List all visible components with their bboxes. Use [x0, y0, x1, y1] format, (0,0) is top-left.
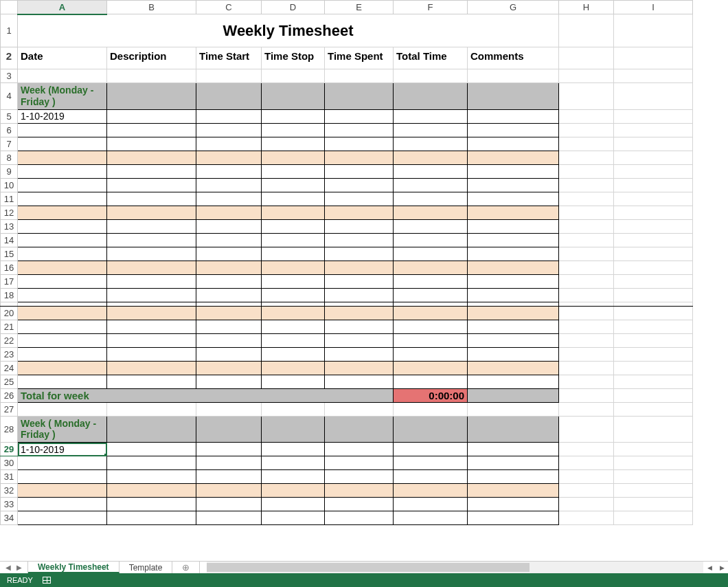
cell[interactable] — [325, 274, 394, 288]
cell[interactable] — [18, 233, 107, 247]
cell[interactable] — [18, 375, 107, 388]
cell[interactable] — [468, 219, 559, 233]
cell[interactable] — [196, 83, 262, 110]
cell[interactable] — [559, 498, 614, 511]
col-header-D[interactable]: D — [262, 1, 325, 14]
cell[interactable] — [468, 151, 559, 164]
cell[interactable] — [107, 83, 196, 110]
cell[interactable] — [18, 498, 107, 511]
cell[interactable] — [262, 219, 325, 233]
cell[interactable] — [559, 14, 614, 47]
cell[interactable] — [614, 470, 693, 484]
cell[interactable] — [614, 388, 693, 402]
cell[interactable] — [262, 306, 325, 320]
cell[interactable] — [107, 69, 196, 83]
cell[interactable] — [394, 109, 468, 123]
cell[interactable] — [614, 288, 693, 302]
cell[interactable] — [614, 402, 693, 416]
cell[interactable] — [18, 137, 107, 151]
cell[interactable] — [614, 164, 693, 178]
spreadsheet-grid[interactable]: A B C D E F G H I 1 Weekly Timesheet 2 D… — [0, 0, 693, 525]
cell[interactable] — [614, 233, 693, 247]
cell[interactable] — [559, 484, 614, 498]
row-header[interactable]: 25 — [1, 375, 18, 388]
cell[interactable] — [107, 511, 196, 525]
cell[interactable] — [614, 498, 693, 511]
row-header[interactable]: 24 — [1, 361, 18, 375]
col-header-B[interactable]: B — [107, 1, 196, 14]
cell[interactable] — [614, 333, 693, 347]
cell[interactable] — [262, 261, 325, 274]
row-header[interactable]: 5 — [1, 109, 18, 123]
cell[interactable] — [107, 416, 196, 443]
cell[interactable] — [468, 470, 559, 484]
cell[interactable] — [107, 288, 196, 302]
cell[interactable] — [559, 333, 614, 347]
cell[interactable] — [262, 511, 325, 525]
cell[interactable] — [468, 123, 559, 137]
cell[interactable] — [614, 109, 693, 123]
select-all-corner[interactable] — [1, 1, 18, 14]
cell[interactable] — [325, 123, 394, 137]
cell[interactable] — [559, 261, 614, 274]
cell[interactable] — [196, 151, 262, 164]
cell[interactable] — [394, 306, 468, 320]
hscroll-right-icon[interactable]: ▶ — [716, 562, 728, 573]
week2-date[interactable]: 1-10-2019 — [18, 443, 107, 456]
col-header-A[interactable]: A — [18, 1, 107, 14]
macro-record-icon[interactable] — [43, 577, 51, 584]
cell[interactable] — [468, 247, 559, 261]
cell[interactable] — [468, 164, 559, 178]
cell[interactable] — [18, 511, 107, 525]
cell[interactable] — [262, 347, 325, 361]
cell[interactable] — [18, 192, 107, 206]
tab-template[interactable]: Template — [120, 562, 173, 573]
row-header[interactable]: 30 — [1, 456, 18, 470]
cell[interactable] — [325, 320, 394, 333]
header-time-stop[interactable]: Time Stop — [262, 47, 325, 69]
cell[interactable] — [196, 123, 262, 137]
cell[interactable] — [107, 375, 196, 388]
cell[interactable] — [559, 47, 614, 69]
cell[interactable] — [394, 206, 468, 219]
cell[interactable] — [107, 498, 196, 511]
cell[interactable] — [394, 470, 468, 484]
cell[interactable] — [614, 320, 693, 333]
cell[interactable] — [614, 206, 693, 219]
cell[interactable] — [614, 247, 693, 261]
cell[interactable] — [262, 443, 325, 456]
cell[interactable] — [18, 151, 107, 164]
total-label[interactable]: Total for week — [18, 388, 394, 402]
cell[interactable] — [18, 320, 107, 333]
cell[interactable] — [468, 443, 559, 456]
cell[interactable] — [196, 306, 262, 320]
cell[interactable] — [468, 320, 559, 333]
cell[interactable] — [394, 164, 468, 178]
cell[interactable] — [614, 83, 693, 110]
cell[interactable] — [614, 178, 693, 192]
cell[interactable] — [262, 109, 325, 123]
cell[interactable] — [325, 137, 394, 151]
cell[interactable] — [325, 151, 394, 164]
cell[interactable] — [196, 261, 262, 274]
cell[interactable] — [559, 123, 614, 137]
cell[interactable] — [196, 219, 262, 233]
add-sheet-button[interactable]: ⊕ — [172, 562, 200, 573]
cell[interactable] — [394, 69, 468, 83]
row-header[interactable]: 31 — [1, 470, 18, 484]
cell[interactable] — [559, 511, 614, 525]
header-time-start[interactable]: Time Start — [196, 47, 262, 69]
cell[interactable] — [394, 498, 468, 511]
cell[interactable] — [325, 402, 394, 416]
cell[interactable] — [107, 109, 196, 123]
row-header[interactable]: 16 — [1, 261, 18, 274]
cell[interactable] — [394, 178, 468, 192]
cell[interactable] — [18, 402, 107, 416]
row-header[interactable]: 1 — [1, 14, 18, 47]
cell[interactable] — [325, 83, 394, 110]
cell[interactable] — [196, 69, 262, 83]
cell[interactable] — [559, 219, 614, 233]
cell[interactable] — [262, 192, 325, 206]
cell[interactable] — [107, 206, 196, 219]
cell[interactable] — [18, 347, 107, 361]
